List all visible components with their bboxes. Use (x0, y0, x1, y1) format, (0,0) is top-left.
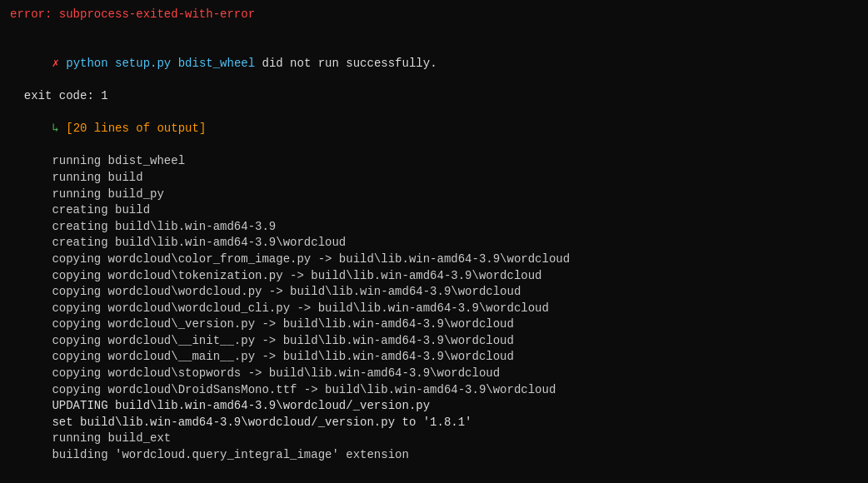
exit-code-line: exit code: 1 (10, 88, 858, 105)
copy-token-line: copying wordcloud\tokenization.py -> bui… (10, 268, 858, 285)
copy-main-line: copying wordcloud\__main__.py -> build\l… (10, 349, 858, 366)
copy-version-line: copying wordcloud\_version.py -> build\l… (10, 316, 858, 333)
copy-ttf-line: copying wordcloud\DroidSansMono.ttf -> b… (10, 382, 858, 399)
pip-command-line: ✗ python setup.py bdist_wheel did not ru… (10, 39, 858, 88)
error-x-icon: ✗ (38, 57, 67, 70)
creating-lib-line: creating build\lib.win-amd64-3.9 (10, 219, 858, 236)
creating-build-line: creating build (10, 202, 858, 219)
output-lines-line: ↳ [20 lines of output] (10, 105, 858, 154)
run-build-ext-line: running build_ext (10, 431, 858, 447)
copy-stopwords-line: copying wordcloud\stopwords -> build\lib… (10, 366, 858, 382)
updating-line: UPDATING build\lib.win-amd64-3.9\wordclo… (10, 398, 858, 415)
output-bracket-text: [20 lines of output] (66, 122, 206, 135)
set-version-line: set build\lib.win-amd64-3.9\wordcloud/_v… (10, 415, 858, 431)
copy-init-line: copying wordcloud\__init__.py -> build\l… (10, 333, 858, 350)
creating-wordcloud-line: creating build\lib.win-amd64-3.9\wordclo… (10, 235, 858, 251)
pip-command: python setup.py bdist_wheel (66, 57, 255, 70)
error-header-line: error: subprocess-exited-with-error (10, 7, 858, 23)
copy-color-line: copying wordcloud\color_from_image.py ->… (10, 251, 858, 268)
did-not-run-text: did not run successfully. (255, 57, 436, 70)
copy-wc-line: copying wordcloud\wordcloud.py -> build\… (10, 284, 858, 301)
arrow-icon: ↳ (38, 122, 67, 135)
run-bdist-line: running bdist_wheel (10, 153, 858, 170)
building-extension-line: building 'wordcloud.query_integral_image… (10, 447, 858, 464)
copy-cli-line: copying wordcloud\wordcloud_cli.py -> bu… (10, 301, 858, 317)
run-build-line: running build (10, 170, 858, 187)
run-build-py-line: running build_py (10, 187, 858, 203)
blank-line-1 (10, 23, 858, 40)
terminal-output: error: subprocess-exited-with-error ✗ py… (10, 7, 858, 476)
